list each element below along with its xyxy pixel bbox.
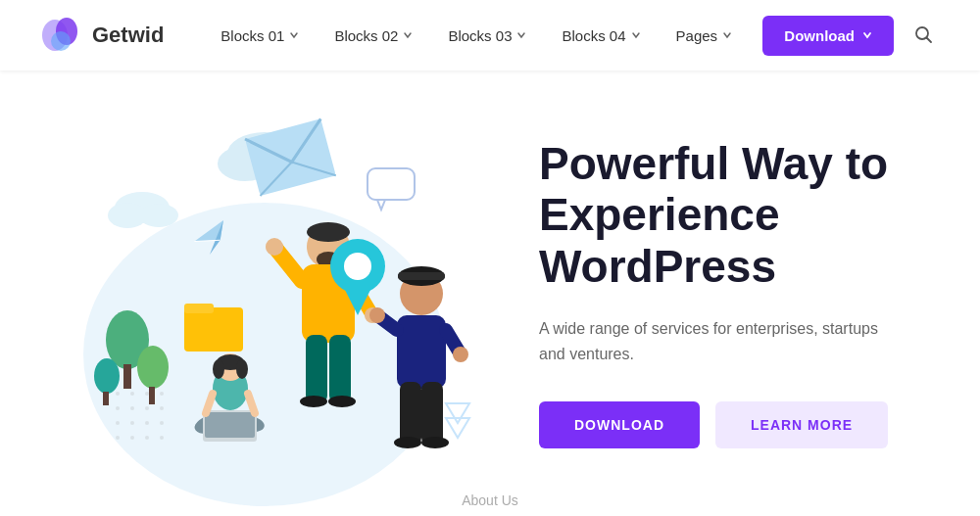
svg-rect-39 [149,387,155,404]
svg-point-6 [116,392,120,396]
svg-point-66 [328,396,356,407]
nav-item-pages[interactable]: Pages [659,0,751,70]
svg-rect-75 [400,382,421,446]
svg-point-18 [116,436,120,440]
svg-point-17 [160,421,164,425]
svg-rect-37 [123,364,131,389]
svg-marker-35 [377,200,385,210]
svg-point-7 [130,392,134,396]
svg-point-11 [130,406,134,410]
header: Getwid Blocks 01 Blocks 02 Blocks 03 Blo… [0,0,980,70]
svg-rect-41 [103,392,109,405]
hero-illustration [39,70,519,516]
svg-point-77 [394,437,421,448]
svg-point-48 [236,359,248,379]
svg-point-9 [160,392,164,396]
nav-actions: Download [762,16,941,56]
svg-point-72 [369,307,385,323]
chevron-down-icon [516,30,526,40]
chevron-down-icon [862,30,872,40]
nav-item-blocks02[interactable]: Blocks 02 [317,0,430,70]
svg-rect-64 [329,335,351,403]
nav-item-blocks03[interactable]: Blocks 03 [430,0,544,70]
svg-point-65 [300,396,327,407]
search-button[interactable] [906,17,941,55]
svg-point-13 [160,406,164,410]
svg-rect-70 [398,272,445,280]
logo-text: Getwid [92,23,164,48]
svg-rect-63 [306,335,327,403]
search-icon [913,24,933,44]
logo-icon [39,14,82,57]
svg-rect-76 [421,382,443,446]
svg-point-16 [145,421,149,425]
svg-point-47 [213,359,224,379]
hero-title: Powerful Way to Experience WordPress [539,138,921,294]
hero-download-button[interactable]: DOWNLOAD [539,401,700,448]
svg-marker-83 [446,418,469,438]
nav-item-blocks01[interactable]: Blocks 01 [203,0,317,70]
svg-point-40 [94,358,120,394]
hero-learn-more-button[interactable]: LEARN MORE [715,401,888,448]
svg-marker-82 [446,403,469,423]
svg-point-80 [344,253,371,280]
svg-point-27 [139,204,178,227]
svg-rect-43 [184,304,214,313]
hero-buttons: DOWNLOAD LEARN MORE [539,401,921,448]
chevron-down-icon [403,30,413,40]
download-button[interactable]: Download [762,16,894,56]
svg-rect-28 [245,118,336,196]
svg-point-60 [266,238,283,256]
svg-point-15 [130,421,134,425]
svg-point-12 [145,406,149,410]
svg-rect-67 [397,315,446,389]
chevron-down-icon [722,30,732,40]
svg-point-19 [130,436,134,440]
main-nav: Blocks 01 Blocks 02 Blocks 03 Blocks 04 … [203,0,762,70]
svg-point-8 [145,392,149,396]
svg-point-78 [421,437,449,448]
svg-point-74 [453,347,468,362]
hero-subtitle: A wide range of services for enterprises… [539,316,892,366]
hero-section: Powerful Way to Experience WordPress A w… [0,70,980,516]
svg-point-14 [116,421,120,425]
svg-point-10 [116,406,120,410]
svg-rect-34 [368,168,415,200]
svg-point-2 [51,31,71,51]
chevron-down-icon [631,30,641,40]
svg-point-20 [145,436,149,440]
svg-line-4 [927,37,932,42]
svg-point-21 [160,436,164,440]
svg-point-56 [307,222,350,242]
hero-content: Powerful Way to Experience WordPress A w… [519,138,980,449]
about-hint: About Us [462,493,518,508]
svg-rect-52 [205,412,255,438]
svg-point-38 [137,346,169,389]
logo[interactable]: Getwid [39,14,164,57]
chevron-down-icon [289,30,299,40]
svg-rect-42 [184,307,243,352]
nav-item-blocks04[interactable]: Blocks 04 [544,0,658,70]
